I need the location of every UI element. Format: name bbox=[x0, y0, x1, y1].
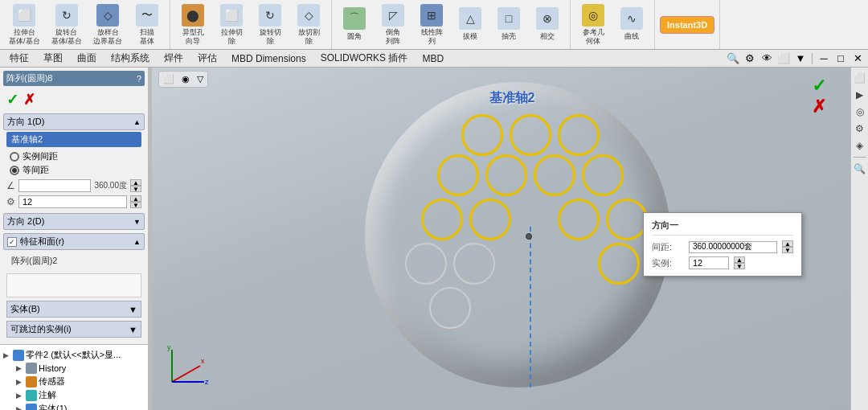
intersect-btn[interactable]: ⊗ 相交 bbox=[530, 5, 565, 44]
search-icon[interactable]: 🔍 bbox=[726, 51, 740, 66]
menu-mbd[interactable]: MBD bbox=[416, 51, 450, 66]
radio-instance-spacing[interactable]: 实例间距 bbox=[10, 150, 138, 162]
menu-evaluate[interactable]: 评估 bbox=[191, 50, 223, 67]
part-icon bbox=[13, 350, 24, 361]
fillet-btn[interactable]: ⌒ 圆角 bbox=[337, 5, 372, 44]
circle-gray-3 bbox=[429, 287, 471, 329]
view-btn-1[interactable]: ⬜ bbox=[161, 73, 177, 85]
tree-item-history[interactable]: ▶ History bbox=[0, 362, 148, 375]
toolbar-group-4: ◎ 参考几何体 ∿ 曲线 bbox=[571, 0, 655, 49]
dim-down-spacing[interactable]: ▼ bbox=[782, 247, 793, 253]
radio-equal-spacing[interactable]: 等间距 bbox=[10, 164, 138, 176]
dim-input-spacing[interactable] bbox=[689, 241, 777, 253]
curves-icon: ∿ bbox=[620, 7, 643, 30]
revolve-cut-btn[interactable]: ↻ 旋转切除 bbox=[252, 2, 288, 48]
linear-pattern-btn[interactable]: ⊞ 线性阵列 bbox=[414, 2, 449, 48]
shell-icon: □ bbox=[497, 7, 520, 30]
extrude-cut-btn[interactable]: ⬜ 拉伸切除 bbox=[214, 2, 249, 48]
feature-list: 阵列(圆周)2 bbox=[3, 252, 145, 270]
viewport-check-btn[interactable]: ✓ bbox=[812, 76, 826, 96]
viewport-cross-btn[interactable]: ✗ bbox=[812, 96, 826, 117]
menubar: 特征 草图 曲面 结构系统 焊件 评估 MBD Dimensions SOLID… bbox=[0, 50, 868, 68]
visible-section[interactable]: 可跳过的实例(i) ▼ bbox=[6, 321, 141, 338]
confirm-btn[interactable]: ✓ bbox=[6, 91, 18, 109]
view-btn-3[interactable]: ▽ bbox=[194, 73, 206, 85]
direction2-chevron: ▼ bbox=[133, 218, 141, 226]
direction-value[interactable]: 基准轴2 bbox=[6, 132, 141, 147]
menu-sw-plugins[interactable]: SOLIDWORKS 插件 bbox=[314, 50, 415, 67]
count-spinner[interactable]: ▲ ▼ bbox=[130, 195, 141, 208]
ref-geometry-icon: ◎ bbox=[582, 4, 604, 27]
right-icon-3[interactable]: ◎ bbox=[853, 105, 867, 119]
direction1-section[interactable]: 方向 1(D) ▲ bbox=[3, 113, 145, 130]
axis-label: 基准轴2 bbox=[489, 90, 535, 107]
tree-item-note[interactable]: ▶ 注解 bbox=[0, 388, 148, 402]
solid-section[interactable]: 实体(B) ▼ bbox=[6, 301, 141, 318]
direction2-section[interactable]: 方向 2(D) ▼ bbox=[3, 213, 145, 230]
right-icon-5[interactable]: ◈ bbox=[853, 138, 867, 153]
shell-label: 抽壳 bbox=[502, 31, 516, 42]
intersect-label: 相交 bbox=[540, 31, 555, 42]
count-input[interactable] bbox=[18, 195, 127, 208]
swept-cut-btn[interactable]: ◇ 放切割除 bbox=[291, 2, 326, 48]
view-icon[interactable]: 👁 bbox=[760, 51, 774, 66]
dim-input-count[interactable] bbox=[689, 256, 729, 269]
view-btn-2[interactable]: ◉ bbox=[179, 73, 192, 85]
tree-item-solid[interactable]: ▶ 实体(1) bbox=[0, 402, 148, 410]
ref-geometry-btn[interactable]: ◎ 参考几何体 bbox=[575, 2, 611, 48]
svg-text:y: y bbox=[167, 346, 171, 351]
tree-item-sensor[interactable]: ▶ 传感器 bbox=[0, 375, 148, 388]
display-icon[interactable]: ⬜ bbox=[776, 51, 791, 66]
hole-wizard-btn[interactable]: ⬤ 异型孔向导 bbox=[175, 2, 211, 48]
draft-btn[interactable]: △ 拔模 bbox=[452, 5, 488, 44]
window-max-icon[interactable]: □ bbox=[833, 51, 848, 66]
viewport[interactable]: 基准轴2 ✓ ✗ 方向一 间距: ▲ ▼ 实例: ▲ bbox=[152, 68, 850, 410]
radio-dot-1 bbox=[10, 152, 19, 162]
prop-header: 阵列(圆周)8 ? bbox=[3, 71, 145, 86]
count-icon: ⚙ bbox=[6, 196, 15, 207]
right-icon-4[interactable]: ⚙ bbox=[853, 121, 867, 136]
toolbar-group-3: ⌒ 圆角 ◸ 倒角列阵 ⊞ 线性阵列 △ 拔模 □ 抽壳 ⊗ 相交 bbox=[332, 0, 571, 49]
tree-label-0: 零件2 (默认<<默认>显... bbox=[26, 349, 121, 361]
count-down[interactable]: ▼ bbox=[130, 202, 141, 208]
right-icon-6[interactable]: 🔍 bbox=[853, 162, 867, 176]
shell-btn[interactable]: □ 抽壳 bbox=[491, 5, 526, 44]
instant3d-btn[interactable]: Instant3D bbox=[660, 16, 714, 34]
intersect-icon: ⊗ bbox=[536, 7, 559, 30]
revolve-boss-btn[interactable]: ↻ 旋转台基体/基台 bbox=[47, 2, 87, 48]
right-icon-1[interactable]: ⬜ bbox=[853, 71, 867, 85]
cancel-prop-btn[interactable]: ✗ bbox=[23, 91, 35, 109]
feature-checkbox[interactable] bbox=[7, 237, 17, 247]
menu-mbd-dim[interactable]: MBD Dimensions bbox=[225, 51, 313, 66]
extrude-boss-icon: ⬜ bbox=[13, 4, 35, 27]
fillet-label: 圆角 bbox=[347, 31, 362, 42]
dim-spin-spacing[interactable]: ▲ ▼ bbox=[782, 240, 793, 253]
window-close-icon[interactable]: ✕ bbox=[850, 51, 865, 66]
curves-btn[interactable]: ∿ 曲线 bbox=[614, 5, 649, 44]
menu-feature[interactable]: 特征 bbox=[3, 50, 35, 67]
feature-faces-section[interactable]: 特征和面(r) ▲ bbox=[3, 233, 145, 250]
menu-sketch[interactable]: 草图 bbox=[37, 50, 69, 67]
angle-down[interactable]: ▼ bbox=[130, 186, 141, 192]
dim-spin-count[interactable]: ▲ ▼ bbox=[734, 256, 745, 269]
right-icon-2[interactable]: ▶ bbox=[853, 88, 867, 102]
sweep-btn[interactable]: 〜 扫描基体 bbox=[129, 2, 165, 48]
angle-spinner[interactable]: ▲ ▼ bbox=[130, 179, 141, 192]
tree-item-part[interactable]: ▶ 零件2 (默认<<默认>显... bbox=[0, 348, 148, 362]
dim-down-count[interactable]: ▼ bbox=[734, 263, 745, 269]
window-min-icon[interactable]: ─ bbox=[817, 51, 831, 66]
sphere-wrapper: 基准轴2 bbox=[365, 82, 686, 404]
chamfer-btn[interactable]: ◸ 倒角列阵 bbox=[375, 2, 411, 48]
extrude-boss-btn[interactable]: ⬜ 拉伸台基体/基台 bbox=[5, 2, 44, 48]
more-icon[interactable]: ▼ bbox=[793, 51, 808, 66]
menu-weld[interactable]: 焊件 bbox=[158, 50, 190, 67]
angle-input[interactable] bbox=[18, 179, 91, 192]
loft-boss-btn[interactable]: ◇ 放样台边界基台 bbox=[89, 2, 126, 48]
toolbar-group-1: ⬜ 拉伸台基体/基台 ↻ 旋转台基体/基台 ◇ 放样台边界基台 〜 扫描基体 bbox=[0, 0, 170, 49]
feature-item-0[interactable]: 阵列(圆周)2 bbox=[6, 253, 141, 269]
prop-help-icon[interactable]: ? bbox=[137, 74, 141, 84]
menu-structure[interactable]: 结构系统 bbox=[104, 50, 156, 67]
tree-label-4: 实体(1) bbox=[39, 403, 67, 410]
settings-icon[interactable]: ⚙ bbox=[743, 51, 757, 66]
menu-surface[interactable]: 曲面 bbox=[71, 50, 103, 67]
